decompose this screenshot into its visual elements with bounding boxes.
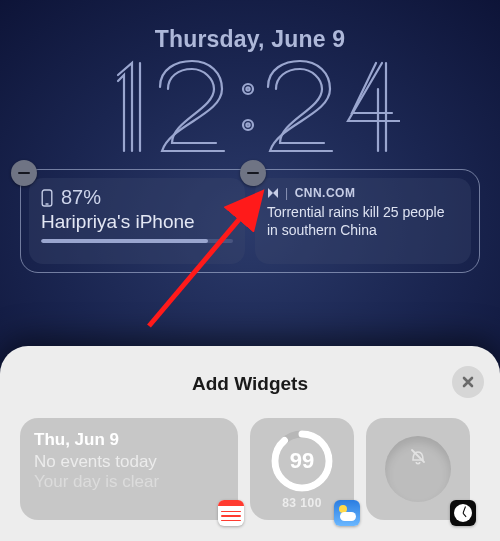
news-headline: Torrential rains kill 25 people in south… — [267, 204, 459, 239]
clock-app-icon — [450, 500, 476, 526]
lockscreen-widget-row[interactable]: 87% Haripriya's iPhone | CNN.COM Torrent… — [20, 169, 480, 273]
svg-point-2 — [243, 120, 253, 130]
calendar-tile-line2: Your day is clear — [34, 472, 224, 492]
aqi-widget-tile[interactable]: 99 83 100 — [250, 418, 354, 520]
battery-percent: 87% — [61, 186, 101, 209]
focus-ring — [385, 436, 451, 502]
svg-point-1 — [246, 87, 249, 90]
widget-carousel[interactable]: Thu, Jun 9 No events today Your day is c… — [16, 418, 484, 520]
news-separator: | — [285, 186, 289, 200]
phone-icon — [41, 189, 53, 207]
aqi-range: 83 100 — [282, 496, 322, 510]
battery-widget[interactable]: 87% Haripriya's iPhone — [29, 178, 245, 264]
battery-progress — [41, 239, 233, 243]
aqi-ring: 99 — [269, 428, 335, 494]
weather-app-icon — [334, 500, 360, 526]
calendar-app-icon — [218, 500, 244, 526]
applenews-icon — [267, 187, 279, 199]
bell-slash-icon — [408, 446, 428, 470]
calendar-tile-date: Thu, Jun 9 — [34, 430, 224, 450]
battery-device-name: Haripriya's iPhone — [41, 211, 233, 233]
svg-point-0 — [243, 84, 253, 94]
remove-widget-button[interactable] — [240, 160, 266, 186]
remove-widget-button[interactable] — [11, 160, 37, 186]
calendar-widget-tile[interactable]: Thu, Jun 9 No events today Your day is c… — [20, 418, 238, 520]
clock-widget-tile[interactable] — [366, 418, 470, 520]
close-button[interactable] — [452, 366, 484, 398]
news-source: CNN.COM — [295, 186, 356, 200]
sheet-title: Add Widgets — [16, 364, 484, 404]
svg-point-3 — [246, 123, 249, 126]
aqi-value: 99 — [269, 428, 335, 494]
calendar-tile-line1: No events today — [34, 452, 224, 472]
lockscreen-date: Thursday, June 9 — [0, 0, 500, 53]
news-widget[interactable]: | CNN.COM Torrential rains kill 25 peopl… — [255, 178, 471, 264]
add-widgets-sheet[interactable]: Add Widgets Thu, Jun 9 No events today Y… — [0, 346, 500, 541]
lockscreen-clock[interactable] — [0, 49, 500, 165]
